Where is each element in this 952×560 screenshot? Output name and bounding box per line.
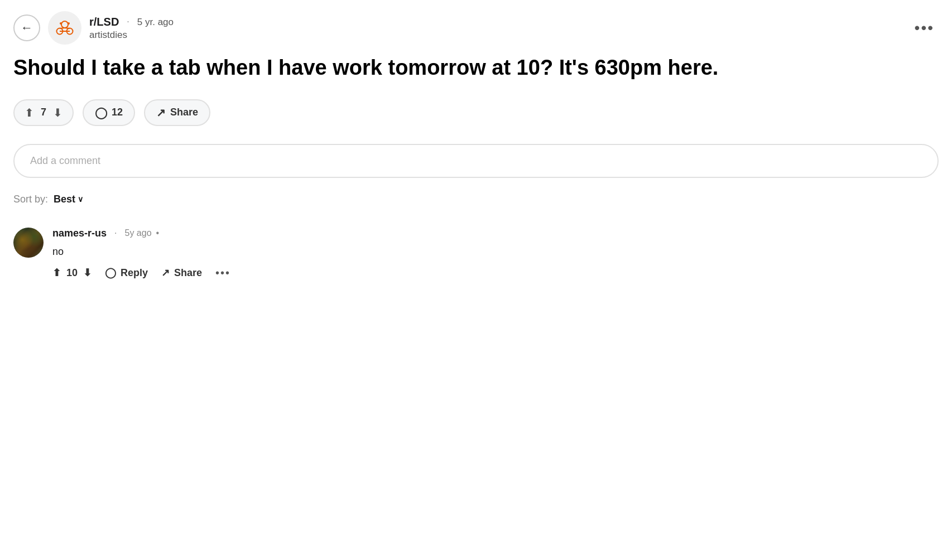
avatar-image (13, 228, 44, 258)
comment-input[interactable] (13, 144, 939, 178)
sort-label: Sort by: (13, 194, 48, 205)
svg-point-6 (60, 22, 62, 25)
comment-vote-count: 10 (66, 267, 78, 279)
comment-body: names-r-us · 5y ago • no ⬆ 10 ⬇ ◯ Reply … (52, 228, 939, 279)
comment-share-icon: ↗ (161, 267, 170, 279)
comment: names-r-us · 5y ago • no ⬆ 10 ⬇ ◯ Reply … (13, 228, 939, 279)
svg-point-7 (68, 22, 70, 25)
comment-share-label: Share (174, 267, 202, 279)
upvote-icon[interactable]: ⬆ (25, 106, 34, 119)
comment-downvote-icon[interactable]: ⬇ (83, 267, 92, 279)
comment-text: no (52, 245, 939, 259)
subreddit-name[interactable]: r/LSD (89, 16, 119, 28)
comment-vote[interactable]: ⬆ 10 ⬇ (52, 267, 92, 279)
comment-actions: ⬆ 10 ⬇ ◯ Reply ↗ Share ••• (52, 267, 939, 279)
sort-bar: Sort by: Best ∨ (13, 194, 939, 205)
post-header: ← r/LSD · 5 yr. ago artistdies ••• (13, 11, 939, 45)
comment-icon: ◯ (95, 106, 107, 119)
subreddit-logo-icon (52, 15, 78, 41)
comment-button[interactable]: ◯ 12 (83, 99, 135, 126)
share-icon: ↗ (156, 106, 166, 119)
comment-time: 5y ago (124, 228, 151, 238)
reply-icon: ◯ (105, 267, 116, 279)
comment-meta-dot: · (114, 228, 117, 238)
comment-dot: • (156, 228, 160, 238)
downvote-icon[interactable]: ⬇ (53, 106, 62, 119)
back-icon: ← (21, 21, 33, 35)
sort-value-text: Best (54, 194, 75, 205)
vote-count: 7 (41, 107, 46, 118)
time-separator: · (127, 17, 129, 27)
share-label: Share (170, 107, 198, 118)
reply-label: Reply (121, 267, 148, 279)
comment-more-button[interactable]: ••• (215, 267, 230, 279)
avatar (13, 228, 44, 258)
comment-share-button[interactable]: ↗ Share (161, 267, 202, 279)
comment-meta: names-r-us · 5y ago • (52, 228, 939, 239)
post-author[interactable]: artistdies (89, 30, 174, 41)
post-time-ago: 5 yr. ago (137, 17, 174, 28)
share-button[interactable]: ↗ Share (144, 99, 210, 126)
comment-section: names-r-us · 5y ago • no ⬆ 10 ⬇ ◯ Reply … (13, 228, 939, 279)
post-more-button[interactable]: ••• (910, 15, 939, 41)
sort-chevron-icon: ∨ (78, 195, 83, 204)
vote-pill[interactable]: ⬆ 7 ⬇ (13, 99, 74, 126)
back-button[interactable]: ← (13, 15, 40, 41)
comment-count: 12 (112, 107, 123, 118)
reply-button[interactable]: ◯ Reply (105, 267, 148, 279)
comment-author[interactable]: names-r-us (52, 228, 107, 239)
header-meta: r/LSD · 5 yr. ago artistdies (89, 16, 174, 41)
header-left: ← r/LSD · 5 yr. ago artistdies (13, 11, 174, 45)
svg-line-3 (60, 28, 65, 28)
action-bar: ⬆ 7 ⬇ ◯ 12 ↗ Share (13, 99, 939, 126)
svg-line-4 (65, 28, 70, 28)
comment-upvote-icon[interactable]: ⬆ (52, 267, 61, 279)
sort-dropdown[interactable]: Best ∨ (54, 194, 83, 205)
subreddit-icon (48, 11, 81, 45)
svg-point-0 (61, 21, 68, 28)
post-title: Should I take a tab when I have work tom… (13, 55, 939, 81)
